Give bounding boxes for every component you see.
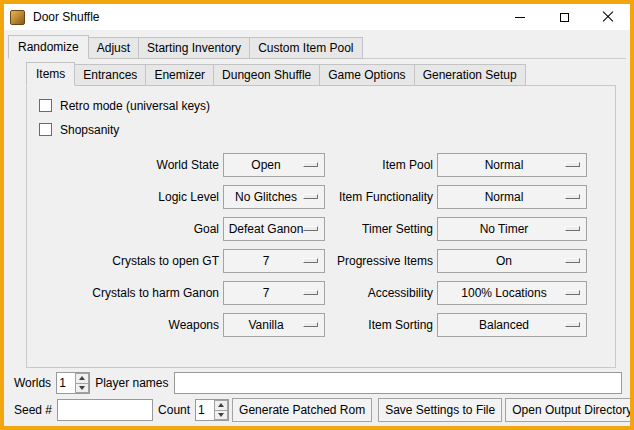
tab-custom-item-pool[interactable]: Custom Item Pool xyxy=(249,37,362,59)
timer-setting-label: Timer Setting xyxy=(329,216,433,241)
dropdown-indicator-icon xyxy=(303,162,318,167)
worlds-label: Worlds xyxy=(12,376,53,390)
dropdown-indicator-icon xyxy=(303,226,318,231)
shopsanity-checkbox-box[interactable] xyxy=(39,123,52,136)
minimize-icon xyxy=(515,17,525,18)
dropdown-indicator-icon xyxy=(303,258,318,263)
tab-generation-setup[interactable]: Generation Setup xyxy=(414,64,526,86)
tab-entrances[interactable]: Entrances xyxy=(74,64,146,86)
shopsanity-label: Shopsanity xyxy=(60,123,119,137)
app-window: Door Shuffle Randomize Adjust Starting I… xyxy=(0,0,634,430)
item-functionality-label: Item Functionality xyxy=(329,184,433,209)
dropdown-value: Normal xyxy=(485,158,524,172)
dropdown-accessibility[interactable]: 100% Locations xyxy=(437,281,587,305)
app-icon xyxy=(10,10,25,25)
player-names-input[interactable] xyxy=(174,372,623,394)
dropdown-item-sorting[interactable]: Balanced xyxy=(437,313,587,337)
dropdown-value: On xyxy=(496,254,512,268)
dropdown-indicator-icon xyxy=(565,226,580,231)
maximize-button[interactable] xyxy=(542,4,586,30)
generate-patched-rom-button[interactable]: Generate Patched Rom xyxy=(232,398,372,422)
items-pane: Retro mode (universal keys) Shopsanity W… xyxy=(26,85,616,368)
crystals-harm-ganon-label: Crystals to harm Ganon xyxy=(39,280,219,305)
worlds-input[interactable] xyxy=(57,373,75,393)
progressive-items-label: Progressive Items xyxy=(329,248,433,273)
tab-items[interactable]: Items xyxy=(26,62,75,86)
count-spinbox[interactable] xyxy=(195,399,229,421)
dropdown-value: 7 xyxy=(263,286,270,300)
dropdown-value: No Glitches xyxy=(235,190,297,204)
dropdown-crystals-harm-ganon[interactable]: 7 xyxy=(223,281,325,305)
dropdown-progressive-items[interactable]: On xyxy=(437,249,587,273)
close-button[interactable] xyxy=(586,4,630,30)
settings-grid: World State Open Item Pool Normal Logic … xyxy=(39,152,615,337)
count-spin-buttons xyxy=(214,400,228,420)
item-pool-label: Item Pool xyxy=(329,152,433,177)
dropdown-value: No Timer xyxy=(480,222,529,236)
dropdown-weapons[interactable]: Vanilla xyxy=(223,313,325,337)
dropdown-indicator-icon xyxy=(303,194,318,199)
seed-row: Seed # Count Generate Patched Rom Save S… xyxy=(12,398,622,422)
dropdown-item-pool[interactable]: Normal xyxy=(437,153,587,177)
minimize-button[interactable] xyxy=(498,4,542,30)
dropdown-value: 100% Locations xyxy=(461,286,546,300)
dropdown-logic-level[interactable]: No Glitches xyxy=(223,185,325,209)
accessibility-label: Accessibility xyxy=(329,280,433,305)
checkbox-shopsanity[interactable]: Shopsanity xyxy=(39,119,615,140)
crystals-open-gt-label: Crystals to open GT xyxy=(39,248,219,273)
spin-down-icon[interactable] xyxy=(214,410,228,421)
tab-randomize[interactable]: Randomize xyxy=(8,35,89,59)
item-sorting-label: Item Sorting xyxy=(329,312,433,337)
dropdown-world-state[interactable]: Open xyxy=(223,153,325,177)
worlds-spinbox[interactable] xyxy=(56,372,90,394)
worlds-spin-buttons xyxy=(75,373,89,393)
dropdown-indicator-icon xyxy=(565,162,580,167)
dropdown-goal[interactable]: Defeat Ganon xyxy=(223,217,325,241)
main-tab-bar: Randomize Adjust Starting Inventory Cust… xyxy=(8,35,626,59)
close-icon xyxy=(602,11,614,23)
bottom-bar: Worlds Player names Seed # Count xyxy=(12,372,622,422)
dropdown-value: Open xyxy=(251,158,280,172)
tab-adjust[interactable]: Adjust xyxy=(88,37,139,59)
maximize-icon xyxy=(560,13,569,22)
dropdown-timer-setting[interactable]: No Timer xyxy=(437,217,587,241)
dropdown-item-functionality[interactable]: Normal xyxy=(437,185,587,209)
dropdown-value: 7 xyxy=(263,254,270,268)
inner-tab-strip: Items Entrances Enemizer Dungeon Shuffle… xyxy=(26,62,616,86)
tab-game-options[interactable]: Game Options xyxy=(319,64,414,86)
dropdown-indicator-icon xyxy=(565,258,580,263)
checkbox-retro-mode[interactable]: Retro mode (universal keys) xyxy=(39,95,615,116)
dropdown-crystals-open-gt[interactable]: 7 xyxy=(223,249,325,273)
tab-starting-inventory[interactable]: Starting Inventory xyxy=(138,37,250,59)
save-settings-button[interactable]: Save Settings to File xyxy=(378,398,502,422)
tab-dungeon-shuffle[interactable]: Dungeon Shuffle xyxy=(213,64,320,86)
spin-down-icon[interactable] xyxy=(75,383,89,394)
retro-mode-checkbox-box[interactable] xyxy=(39,99,52,112)
dropdown-indicator-icon xyxy=(565,322,580,327)
tab-enemizer[interactable]: Enemizer xyxy=(145,64,214,86)
world-state-label: World State xyxy=(39,152,219,177)
inner-tab-bar: Items Entrances Enemizer Dungeon Shuffle… xyxy=(26,62,616,86)
count-label: Count xyxy=(156,403,192,417)
dropdown-indicator-icon xyxy=(303,290,318,295)
count-input[interactable] xyxy=(196,400,214,420)
seed-input[interactable] xyxy=(57,399,153,421)
dropdown-indicator-icon xyxy=(565,194,580,199)
seed-label: Seed # xyxy=(12,403,54,417)
titlebar: Door Shuffle xyxy=(4,4,630,30)
goal-label: Goal xyxy=(39,216,219,241)
worlds-row: Worlds Player names xyxy=(12,372,622,394)
player-names-label: Player names xyxy=(93,376,170,390)
logic-level-label: Logic Level xyxy=(39,184,219,209)
window-controls xyxy=(498,4,630,30)
weapons-label: Weapons xyxy=(39,312,219,337)
retro-mode-label: Retro mode (universal keys) xyxy=(60,99,210,113)
dropdown-value: Normal xyxy=(485,190,524,204)
main-tab-strip: Randomize Adjust Starting Inventory Cust… xyxy=(8,35,626,59)
dropdown-value: Balanced xyxy=(479,318,529,332)
dropdown-indicator-icon xyxy=(565,290,580,295)
dropdown-value: Defeat Ganon xyxy=(229,222,304,236)
dropdown-value: Vanilla xyxy=(248,318,283,332)
window-title: Door Shuffle xyxy=(33,10,100,24)
open-output-directory-button[interactable]: Open Output Directory xyxy=(505,398,634,422)
